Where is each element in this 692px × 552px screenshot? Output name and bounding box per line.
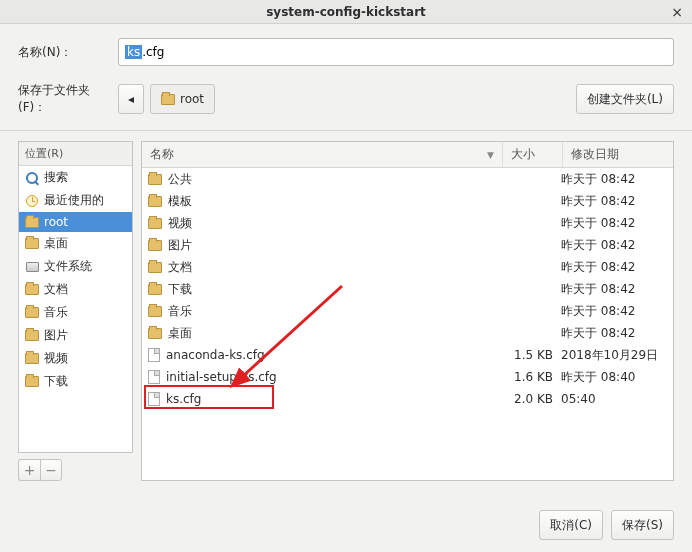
file-list-header: 名称▼ 大小 修改日期 [142, 142, 673, 168]
folder-icon [148, 284, 162, 295]
folder-icon [25, 329, 39, 343]
sidebar-item-最近使用的[interactable]: 最近使用的 [19, 189, 132, 212]
cancel-button[interactable]: 取消(C) [539, 510, 603, 540]
file-name: 桌面 [168, 325, 192, 342]
sidebar-item-桌面[interactable]: 桌面 [19, 232, 132, 255]
sidebar: 位置(R) 搜索最近使用的root桌面文件系统文档音乐图片视频下载 + − [18, 141, 133, 481]
name-row: 名称(N)： ks.cfg [18, 38, 674, 66]
file-date: 昨天于 08:42 [557, 215, 667, 232]
filename-rest: .cfg [142, 45, 164, 59]
dialog-footer: 取消(C) 保存(S) [539, 510, 674, 540]
file-icon [148, 370, 160, 384]
folder-icon [148, 328, 162, 339]
back-button[interactable]: ◂ [118, 84, 144, 114]
file-row[interactable]: 模板昨天于 08:42 [142, 190, 673, 212]
save-button[interactable]: 保存(S) [611, 510, 674, 540]
folder-icon [25, 215, 39, 229]
file-row[interactable]: ks.cfg2.0 KB05:40 [142, 388, 673, 410]
sidebar-item-root[interactable]: root [19, 212, 132, 232]
back-icon: ◂ [128, 92, 134, 106]
file-date: 昨天于 08:42 [557, 193, 667, 210]
path-button-root[interactable]: root [150, 84, 215, 114]
sidebar-buttons: + − [18, 459, 133, 481]
file-name: initial-setup-ks.cfg [166, 370, 277, 384]
sidebar-item-label: 文档 [44, 281, 68, 298]
file-name: 公共 [168, 171, 192, 188]
folder-icon [25, 352, 39, 366]
create-folder-button[interactable]: 创建文件夹(L) [576, 84, 674, 114]
file-row[interactable]: 桌面昨天于 08:42 [142, 322, 673, 344]
sidebar-header: 位置(R) [19, 142, 132, 166]
save-in-row: 保存于文件夹(F)： ◂ root 创建文件夹(L) [18, 82, 674, 116]
file-row[interactable]: 图片昨天于 08:42 [142, 234, 673, 256]
file-date: 昨天于 08:42 [557, 171, 667, 188]
search-icon [25, 171, 39, 185]
sidebar-item-图片[interactable]: 图片 [19, 324, 132, 347]
file-size: 2.0 KB [497, 392, 557, 406]
clock-icon [25, 194, 39, 208]
save-in-label: 保存于文件夹(F)： [18, 82, 118, 116]
file-name: 模板 [168, 193, 192, 210]
file-icon [148, 392, 160, 406]
close-icon[interactable]: × [668, 3, 686, 21]
sidebar-item-label: 文件系统 [44, 258, 92, 275]
sidebar-item-label: 视频 [44, 350, 68, 367]
file-row[interactable]: 音乐昨天于 08:42 [142, 300, 673, 322]
sidebar-item-label: 图片 [44, 327, 68, 344]
file-row[interactable]: 视频昨天于 08:42 [142, 212, 673, 234]
drive-icon [25, 260, 39, 274]
folder-icon [25, 375, 39, 389]
sidebar-item-音乐[interactable]: 音乐 [19, 301, 132, 324]
file-size: 1.5 KB [497, 348, 557, 362]
window-title: system-config-kickstart [0, 5, 692, 19]
sidebar-item-label: 最近使用的 [44, 192, 104, 209]
file-name: 图片 [168, 237, 192, 254]
sidebar-item-下载[interactable]: 下载 [19, 370, 132, 393]
folder-icon [148, 240, 162, 251]
folder-icon [25, 283, 39, 297]
file-row[interactable]: anaconda-ks.cfg1.5 KB2018年10月29日 [142, 344, 673, 366]
sidebar-list: 位置(R) 搜索最近使用的root桌面文件系统文档音乐图片视频下载 [18, 141, 133, 453]
file-date: 昨天于 08:42 [557, 237, 667, 254]
sidebar-item-搜索[interactable]: 搜索 [19, 166, 132, 189]
file-row[interactable]: initial-setup-ks.cfg1.6 KB昨天于 08:40 [142, 366, 673, 388]
sidebar-item-视频[interactable]: 视频 [19, 347, 132, 370]
sidebar-item-label: 桌面 [44, 235, 68, 252]
sidebar-item-label: 音乐 [44, 304, 68, 321]
file-date: 2018年10月29日 [557, 347, 667, 364]
sidebar-item-label: 下载 [44, 373, 68, 390]
file-row[interactable]: 公共昨天于 08:42 [142, 168, 673, 190]
file-date: 昨天于 08:42 [557, 259, 667, 276]
file-row[interactable]: 下载昨天于 08:42 [142, 278, 673, 300]
column-date[interactable]: 修改日期 [563, 142, 673, 167]
filename-input[interactable]: ks.cfg [118, 38, 674, 66]
column-name[interactable]: 名称▼ [142, 142, 503, 167]
file-list: 名称▼ 大小 修改日期 公共昨天于 08:42模板昨天于 08:42视频昨天于 … [141, 141, 674, 481]
folder-icon [148, 306, 162, 317]
file-list-body[interactable]: 公共昨天于 08:42模板昨天于 08:42视频昨天于 08:42图片昨天于 0… [142, 168, 673, 480]
sidebar-item-文件系统[interactable]: 文件系统 [19, 255, 132, 278]
folder-icon [25, 237, 39, 251]
folder-icon [148, 196, 162, 207]
column-size[interactable]: 大小 [503, 142, 563, 167]
sidebar-item-文档[interactable]: 文档 [19, 278, 132, 301]
file-row[interactable]: 文档昨天于 08:42 [142, 256, 673, 278]
folder-icon [148, 262, 162, 273]
file-name: 音乐 [168, 303, 192, 320]
remove-bookmark-button[interactable]: − [40, 459, 62, 481]
filename-selected: ks [125, 45, 142, 59]
file-browser: 位置(R) 搜索最近使用的root桌面文件系统文档音乐图片视频下载 + − 名称… [18, 141, 674, 481]
file-size: 1.6 KB [497, 370, 557, 384]
add-bookmark-button[interactable]: + [18, 459, 40, 481]
sort-icon: ▼ [487, 150, 494, 160]
divider [0, 130, 692, 131]
path-current: root [180, 92, 204, 106]
folder-icon [25, 306, 39, 320]
file-date: 昨天于 08:40 [557, 369, 667, 386]
file-name: 文档 [168, 259, 192, 276]
file-date: 昨天于 08:42 [557, 325, 667, 342]
file-name: 视频 [168, 215, 192, 232]
folder-icon [161, 94, 175, 105]
name-label: 名称(N)： [18, 44, 118, 61]
file-name: anaconda-ks.cfg [166, 348, 265, 362]
